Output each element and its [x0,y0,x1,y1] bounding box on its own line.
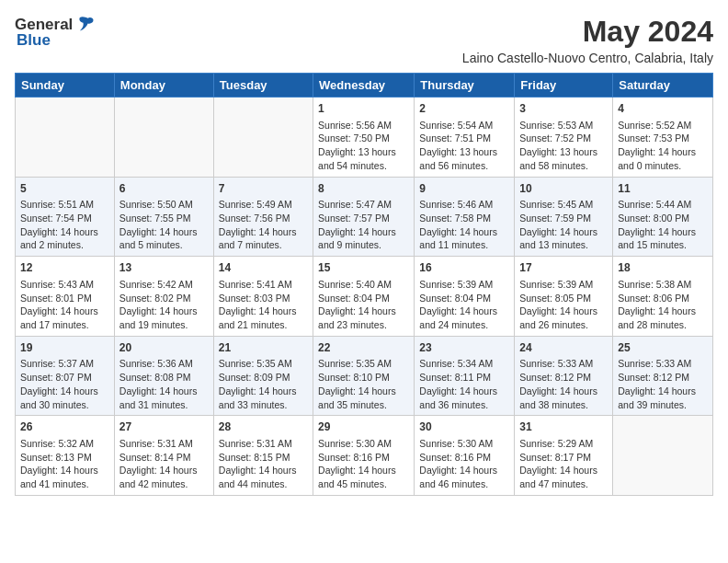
daylight-text: Daylight: 14 hours and 45 minutes. [318,464,409,490]
day-number: 16 [419,260,509,276]
calendar-cell: 4Sunrise: 5:52 AMSunset: 7:53 PMDaylight… [613,98,713,178]
sunset-text: Sunset: 7:53 PM [618,132,708,145]
sunset-text: Sunset: 7:54 PM [20,212,109,225]
day-number: 7 [219,181,308,197]
calendar-cell: 6Sunrise: 5:50 AMSunset: 7:55 PMDaylight… [114,177,213,257]
calendar-cell: 22Sunrise: 5:35 AMSunset: 8:10 PMDayligh… [313,336,415,416]
sunrise-text: Sunrise: 5:40 AM [318,278,409,292]
sunset-text: Sunset: 8:06 PM [618,292,708,305]
day-number: 13 [119,260,209,276]
sunset-text: Sunset: 8:16 PM [419,451,509,465]
calendar-cell: 10Sunrise: 5:45 AMSunset: 7:59 PMDayligh… [515,177,613,257]
calendar-cell: 31Sunrise: 5:29 AMSunset: 8:17 PMDayligh… [515,416,613,496]
calendar-cell: 24Sunrise: 5:33 AMSunset: 8:12 PMDayligh… [515,336,613,416]
sunrise-text: Sunrise: 5:30 AM [318,437,409,451]
day-number: 15 [318,260,409,276]
calendar-cell: 19Sunrise: 5:37 AMSunset: 8:07 PMDayligh… [16,336,115,416]
sunset-text: Sunset: 7:50 PM [318,132,409,145]
sunset-text: Sunset: 8:12 PM [618,371,708,385]
calendar-cell: 9Sunrise: 5:46 AMSunset: 7:58 PMDaylight… [415,177,515,257]
sunrise-text: Sunrise: 5:45 AM [519,198,608,212]
col-sunday: Sunday [16,74,115,98]
col-saturday: Saturday [613,74,713,98]
sunrise-text: Sunrise: 5:54 AM [419,119,509,132]
sunset-text: Sunset: 8:10 PM [318,371,409,385]
sunrise-text: Sunrise: 5:33 AM [519,357,608,371]
daylight-text: Daylight: 14 hours and 31 minutes. [119,385,209,411]
sunrise-text: Sunrise: 5:44 AM [618,198,708,212]
col-monday: Monday [114,74,213,98]
calendar-cell: 28Sunrise: 5:31 AMSunset: 8:15 PMDayligh… [213,416,313,496]
sunrise-text: Sunrise: 5:51 AM [20,198,109,212]
day-number: 26 [20,419,109,435]
daylight-text: Daylight: 13 hours and 58 minutes. [519,145,608,172]
calendar-week-row: 19Sunrise: 5:37 AMSunset: 8:07 PMDayligh… [16,336,713,416]
calendar-cell: 1Sunrise: 5:56 AMSunset: 7:50 PMDaylight… [313,98,415,178]
sunrise-text: Sunrise: 5:43 AM [20,278,109,292]
calendar-cell: 23Sunrise: 5:34 AMSunset: 8:11 PMDayligh… [415,336,515,416]
calendar-cell: 13Sunrise: 5:42 AMSunset: 8:02 PMDayligh… [114,257,213,337]
day-number: 6 [119,181,209,197]
sunrise-text: Sunrise: 5:42 AM [119,278,209,292]
day-number: 29 [318,419,409,435]
day-number: 27 [119,419,209,435]
daylight-text: Daylight: 14 hours and 42 minutes. [119,464,209,490]
sunrise-text: Sunrise: 5:39 AM [419,278,509,292]
sunset-text: Sunset: 8:09 PM [219,371,308,385]
daylight-text: Daylight: 14 hours and 44 minutes. [219,464,308,490]
sunrise-text: Sunrise: 5:53 AM [519,119,608,132]
day-number: 22 [318,340,409,356]
sunrise-text: Sunrise: 5:50 AM [119,198,209,212]
day-number: 5 [20,181,109,197]
day-number: 8 [318,181,409,197]
calendar-cell: 16Sunrise: 5:39 AMSunset: 8:04 PMDayligh… [415,257,515,337]
calendar-week-row: 26Sunrise: 5:32 AMSunset: 8:13 PMDayligh… [16,416,713,496]
sunrise-text: Sunrise: 5:39 AM [519,278,608,292]
calendar-cell [16,98,115,178]
daylight-text: Daylight: 14 hours and 21 minutes. [219,304,308,331]
sunrise-text: Sunrise: 5:52 AM [618,119,708,132]
calendar-cell: 12Sunrise: 5:43 AMSunset: 8:01 PMDayligh… [16,257,115,337]
sunrise-text: Sunrise: 5:33 AM [618,357,708,371]
sunset-text: Sunset: 8:04 PM [419,292,509,305]
daylight-text: Daylight: 14 hours and 30 minutes. [20,385,109,411]
location-title: Laino Castello-Nuovo Centro, Calabria, I… [462,51,713,65]
sunset-text: Sunset: 8:08 PM [119,371,209,385]
sunset-text: Sunset: 8:05 PM [519,292,608,305]
sunrise-text: Sunrise: 5:56 AM [318,119,409,132]
daylight-text: Daylight: 14 hours and 2 minutes. [20,225,109,252]
calendar-week-row: 5Sunrise: 5:51 AMSunset: 7:54 PMDaylight… [16,177,713,257]
calendar-cell: 21Sunrise: 5:35 AMSunset: 8:09 PMDayligh… [213,336,313,416]
sunrise-text: Sunrise: 5:36 AM [119,357,209,371]
calendar-cell: 7Sunrise: 5:49 AMSunset: 7:56 PMDaylight… [213,177,313,257]
day-number: 21 [219,340,308,356]
sunrise-text: Sunrise: 5:32 AM [20,437,109,451]
sunset-text: Sunset: 7:51 PM [419,132,509,145]
calendar-cell [613,416,713,496]
day-number: 24 [519,340,608,356]
sunset-text: Sunset: 7:59 PM [519,212,608,225]
sunrise-text: Sunrise: 5:37 AM [20,357,109,371]
daylight-text: Daylight: 14 hours and 47 minutes. [519,464,608,490]
sunset-text: Sunset: 7:55 PM [119,212,209,225]
calendar-cell: 15Sunrise: 5:40 AMSunset: 8:04 PMDayligh… [313,257,415,337]
sunrise-text: Sunrise: 5:30 AM [419,437,509,451]
logo-bird-icon [74,15,95,35]
day-number: 17 [519,260,608,276]
day-number: 4 [618,101,708,117]
calendar-cell: 14Sunrise: 5:41 AMSunset: 8:03 PMDayligh… [213,257,313,337]
calendar-cell: 20Sunrise: 5:36 AMSunset: 8:08 PMDayligh… [114,336,213,416]
calendar-cell: 18Sunrise: 5:38 AMSunset: 8:06 PMDayligh… [613,257,713,337]
calendar-cell: 27Sunrise: 5:31 AMSunset: 8:14 PMDayligh… [114,416,213,496]
daylight-text: Daylight: 14 hours and 5 minutes. [119,225,209,252]
daylight-text: Daylight: 13 hours and 56 minutes. [419,145,509,172]
calendar-cell: 17Sunrise: 5:39 AMSunset: 8:05 PMDayligh… [515,257,613,337]
sunrise-text: Sunrise: 5:38 AM [618,278,708,292]
day-number: 28 [219,419,308,435]
calendar-week-row: 1Sunrise: 5:56 AMSunset: 7:50 PMDaylight… [16,98,713,178]
sunset-text: Sunset: 8:03 PM [219,292,308,305]
daylight-text: Daylight: 13 hours and 54 minutes. [318,145,409,172]
day-number: 3 [519,101,608,117]
sunset-text: Sunset: 8:15 PM [219,451,308,465]
calendar-cell: 25Sunrise: 5:33 AMSunset: 8:12 PMDayligh… [613,336,713,416]
